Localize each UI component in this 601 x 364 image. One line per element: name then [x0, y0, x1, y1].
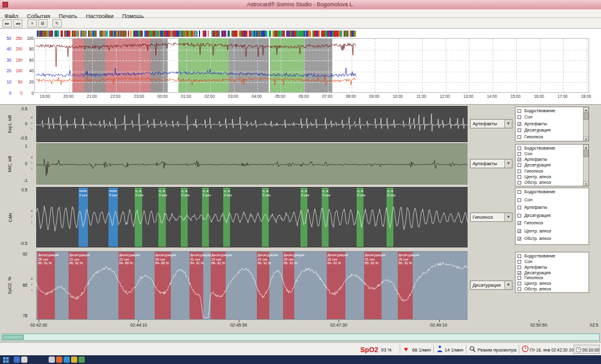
checkbox[interactable]: [517, 128, 521, 132]
toolbar-montage-grid[interactable]: ⊞: [38, 19, 47, 27]
toolbar-scroll-backward[interactable]: ◂◂: [13, 19, 22, 27]
legend-item[interactable]: Обстр. апноэ: [517, 287, 587, 292]
event-legend-list[interactable]: БодрствованиеСонАртефактыДесатурация✓Гип…: [515, 188, 589, 245]
legend-item[interactable]: Сон: [517, 151, 582, 157]
legend-item[interactable]: Сон: [517, 198, 587, 206]
dropdown-arrow-icon[interactable]: ▾: [504, 281, 512, 289]
channel-scale-button[interactable]: ›: [29, 127, 35, 132]
checkbox[interactable]: [517, 198, 521, 202]
scrollbar-thumb[interactable]: [584, 112, 589, 120]
checkbox[interactable]: ✓: [517, 229, 521, 233]
legend-item[interactable]: Артефакты: [517, 205, 587, 213]
channel-scale-button[interactable]: ‹: [29, 161, 35, 166]
taskbar-item[interactable]: [14, 357, 20, 363]
checkbox[interactable]: ✓: [517, 221, 521, 225]
checkbox[interactable]: [517, 115, 521, 119]
scrollbar-thumb[interactable]: [584, 150, 589, 157]
toolbar-scroll-forward[interactable]: ▸▸: [2, 19, 12, 27]
checkbox[interactable]: [517, 135, 521, 139]
channel-event-dropdown[interactable]: Артефакты▾: [470, 119, 512, 128]
taskbar-item[interactable]: [49, 357, 55, 363]
overview-trend-chart[interactable]: [34, 38, 589, 93]
checkbox[interactable]: ✓: [517, 237, 521, 241]
scroll-up-icon[interactable]: ▲: [584, 107, 589, 112]
checkbox[interactable]: ✓: [517, 122, 521, 126]
event-legend-list[interactable]: БодрствованиеСон✓АртефактыДесатурацияГип…: [515, 107, 589, 141]
legend-item[interactable]: ✓Обстр. апноэ: [517, 236, 587, 244]
legend-item[interactable]: Бодрствование: [517, 108, 582, 115]
legend-scrollbar[interactable]: ▲▼: [583, 145, 589, 186]
event-legend-list[interactable]: БодрствованиеСон✓АртефактыДесатурацияГип…: [515, 144, 589, 186]
checkbox[interactable]: [517, 152, 521, 156]
toolbar-eraser-tool[interactable]: ✎: [52, 19, 62, 27]
legend-item[interactable]: Центр. апноэ: [517, 281, 587, 287]
toolbar-events-list[interactable]: ≡: [27, 19, 37, 27]
legend-item[interactable]: Гипопноэ: [517, 169, 582, 175]
channel-event-dropdown[interactable]: Гипопноэ▾: [470, 213, 512, 222]
channel-scale-button[interactable]: «: [29, 277, 35, 282]
channel-event-dropdown[interactable]: Артефакты▾: [470, 159, 512, 168]
channel-plot[interactable]: Десатурация28 сек86- 91 %Десатурация21 с…: [36, 251, 468, 320]
checkbox[interactable]: [517, 190, 521, 194]
legend-item[interactable]: Центр. апноэ: [517, 175, 582, 180]
checkbox[interactable]: [517, 276, 521, 280]
legend-scrollbar[interactable]: ▲▼: [583, 107, 589, 141]
taskbar-item[interactable]: [56, 357, 62, 363]
taskbar-item[interactable]: [21, 357, 27, 363]
channel-plot[interactable]: полн0 секполн0 секц. а0 секц. а0 секц. а…: [36, 187, 468, 247]
legend-item[interactable]: Бодрствование: [517, 146, 582, 151]
checkbox[interactable]: [517, 287, 521, 291]
channel-scale-button[interactable]: «: [29, 209, 35, 214]
checkbox[interactable]: [517, 109, 521, 113]
channel-scale-button[interactable]: «: [29, 115, 35, 121]
legend-item[interactable]: Гипопноэ: [517, 275, 587, 281]
checkbox[interactable]: ✓: [517, 271, 521, 275]
channel-scale-button[interactable]: «: [29, 155, 35, 161]
scroll-down-icon[interactable]: ▼: [584, 136, 589, 141]
checkbox[interactable]: [517, 214, 521, 218]
dropdown-arrow-icon[interactable]: ▾: [504, 120, 512, 128]
legend-item[interactable]: Артефакты: [517, 265, 587, 271]
channel-scale-button[interactable]: ‹: [29, 282, 35, 288]
checkbox[interactable]: [517, 266, 521, 269]
title-bar[interactable]: Astrocard® Somno Studio - Bogomolova L.: [0, 0, 601, 9]
channel-scale-button[interactable]: ›: [29, 288, 35, 294]
scroll-down-icon[interactable]: ▼: [584, 181, 589, 186]
legend-item[interactable]: Гипопноэ: [517, 135, 582, 141]
channel-scale-button[interactable]: ›: [29, 220, 35, 226]
channel-scale-button[interactable]: ›: [29, 166, 35, 172]
scrollbar-thumb[interactable]: [2, 335, 24, 340]
legend-item[interactable]: Десатурация: [517, 213, 587, 221]
channel-scale-button[interactable]: ‹: [29, 214, 35, 220]
legend-item[interactable]: ✓Артефакты: [517, 122, 582, 128]
legend-item[interactable]: Сон: [517, 115, 582, 121]
taskbar-item[interactable]: [71, 357, 77, 363]
legend-item[interactable]: Десатурация: [517, 163, 582, 168]
checkbox[interactable]: [517, 175, 521, 179]
checkbox[interactable]: [517, 254, 521, 258]
taskbar-item[interactable]: [64, 357, 70, 363]
channel-plot[interactable]: [36, 143, 468, 184]
checkbox[interactable]: [517, 260, 521, 264]
dropdown-arrow-icon[interactable]: ▾: [504, 160, 512, 168]
event-legend-list[interactable]: БодрствованиеСонАртефакты✓ДесатурацияГип…: [515, 252, 589, 293]
checkbox[interactable]: [517, 170, 521, 173]
legend-item[interactable]: Сон: [517, 259, 587, 265]
legend-item[interactable]: Обстр. апноэ: [517, 180, 582, 186]
channel-scale-button[interactable]: ‹: [29, 121, 35, 127]
taskbar-item[interactable]: [79, 357, 85, 363]
legend-item[interactable]: Бодрствование: [517, 254, 587, 259]
horizontal-scrollbar[interactable]: [1, 333, 600, 341]
sleep-event-strip[interactable]: [34, 31, 357, 37]
checkbox[interactable]: [517, 282, 521, 285]
legend-item[interactable]: ✓Артефакты: [517, 157, 582, 163]
checkbox[interactable]: [517, 206, 521, 209]
checkbox[interactable]: [517, 181, 521, 184]
scroll-up-icon[interactable]: ▲: [584, 145, 589, 149]
dropdown-arrow-icon[interactable]: ▾: [504, 213, 512, 221]
checkbox[interactable]: [517, 163, 521, 167]
legend-item[interactable]: Десатурация: [517, 128, 582, 134]
channel-event-dropdown[interactable]: Десатурация▾: [470, 280, 512, 290]
checkbox[interactable]: ✓: [517, 158, 521, 161]
legend-item[interactable]: Бодрствование: [517, 189, 587, 198]
